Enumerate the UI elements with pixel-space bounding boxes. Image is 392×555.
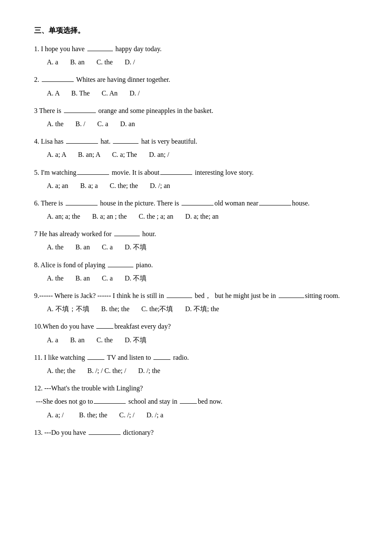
q4-blank2 (113, 143, 138, 144)
question-12: 12. ---What's the trouble with Lingling?… (34, 382, 358, 421)
q11-blank1 (87, 359, 104, 360)
q6-options: A. an; a; the B. a; an ; the C. the ; a;… (47, 211, 358, 222)
q2-options: A. A B. The C. An D. / (47, 87, 358, 99)
question-13: 13. ---Do you have dictionary? (34, 427, 358, 438)
q10-options: A. a B. an C. the D. 不填 (47, 334, 358, 346)
q8-blank1 (108, 267, 133, 267)
q7-text: 7 He has already worked for hour. (34, 228, 358, 240)
q3-options: A. the B. / C. a D. an (47, 118, 358, 130)
q7-options: A. the B. an C. a D. 不填 (47, 241, 358, 253)
q9-blank1 (167, 298, 192, 298)
q6-blank2 (182, 205, 213, 205)
q5-text: 5. I'm watching movie. It is about inter… (34, 167, 358, 178)
q4-text: 4. Lisa has hat. hat is very beautiful. (34, 136, 358, 147)
q2-text: 2. Whites are having dinner together. (34, 74, 358, 85)
q1-options: A. a B. an C. the D. / (47, 56, 358, 68)
q12-text1: 12. ---What's the trouble with Lingling? (34, 382, 358, 394)
q12-blank1 (94, 403, 126, 404)
q13-text: 13. ---Do you have dictionary? (34, 427, 358, 438)
q4-options: A. a; A B. an; A C. a; The D. an; / (47, 149, 358, 160)
section-title: 三、单项选择。 (34, 26, 358, 35)
q10-blank1 (96, 328, 113, 329)
q6-text: 6. There is house in the picture. There … (34, 197, 358, 209)
q2-blank1 (42, 81, 74, 82)
question-9: 9.------ Where is Jack? ------ I think h… (34, 290, 358, 315)
q5-blank2 (160, 174, 192, 175)
q11-blank2 (153, 359, 170, 360)
q8-options: A. the B. an C. a D. 不填 (47, 272, 358, 284)
question-11: 11. I like watching TV and listen to rad… (34, 352, 358, 376)
q9-options: A. 不填；不填 B. the; the C. the;不填 D. 不填; th… (47, 303, 358, 315)
question-6: 6. There is house in the picture. There … (34, 197, 358, 222)
q12-options: A. a; / B. the; the C. /; / D. /; a (47, 409, 358, 421)
q4-blank1 (66, 143, 98, 144)
question-7: 7 He has already worked for hour. A. the… (34, 228, 358, 253)
question-5: 5. I'm watching movie. It is about inter… (34, 167, 358, 191)
q1-blank1 (87, 51, 113, 51)
question-10: 10.When do you have breakfast every day?… (34, 321, 358, 345)
question-4: 4. Lisa has hat. hat is very beautiful. … (34, 136, 358, 160)
q12-blank2 (180, 403, 197, 404)
q3-text: 3 There is orange and some pineapples in… (34, 105, 358, 116)
q6-blank3 (259, 205, 291, 205)
q3-blank1 (64, 113, 96, 113)
q6-blank1 (66, 205, 98, 205)
q10-text: 10.When do you have breakfast every day? (34, 321, 358, 332)
question-8: 8. Alice is fond of playing piano. A. th… (34, 259, 358, 284)
q11-text: 11. I like watching TV and listen to rad… (34, 352, 358, 363)
q9-text: 9.------ Where is Jack? ------ I think h… (34, 290, 358, 301)
q1-text: 1. I hope you have happy day today. (34, 43, 358, 55)
q11-options: A. the; the B. /; / C. the; / D. /; the (47, 365, 358, 376)
q5-options: A. a; an B. a; a C. the; the D. /; an (47, 180, 358, 191)
question-2: 2. Whites are having dinner together. A.… (34, 74, 358, 98)
q7-blank1 (114, 236, 140, 236)
q13-blank1 (89, 434, 121, 435)
section-container: 三、单项选择。 1. I hope you have happy day tod… (34, 26, 358, 438)
q5-blank1 (77, 174, 109, 175)
question-3: 3 There is orange and some pineapples in… (34, 105, 358, 130)
q8-text: 8. Alice is fond of playing piano. (34, 259, 358, 271)
q12-text2: ---She does not go to school and stay in… (34, 396, 358, 407)
question-1: 1. I hope you have happy day today. A. a… (34, 43, 358, 68)
q9-blank2 (279, 298, 304, 298)
